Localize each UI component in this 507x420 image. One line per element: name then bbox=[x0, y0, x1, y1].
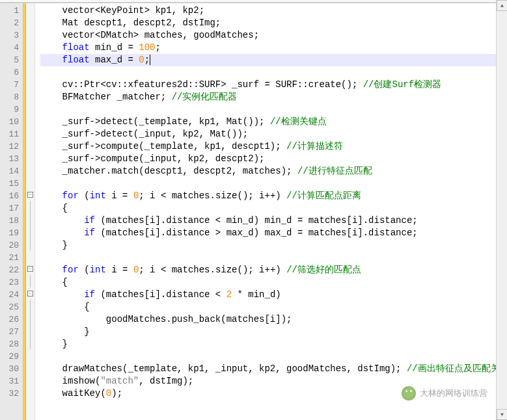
code-line[interactable] bbox=[40, 66, 507, 79]
line-number: 5 bbox=[3, 54, 19, 66]
code-line[interactable]: vector<DMatch> matches, goodMatches; bbox=[40, 29, 507, 42]
line-number: 25 bbox=[3, 301, 19, 313]
line-number: 24 bbox=[3, 289, 19, 301]
line-number: 17 bbox=[3, 202, 19, 215]
line-number-gutter: 1234567891011121314151617181920212223242… bbox=[0, 3, 23, 420]
fold-toggle[interactable]: − bbox=[27, 266, 33, 272]
code-line[interactable]: _matcher.match(descpt1, descpt2, matches… bbox=[40, 165, 507, 177]
line-number: 9 bbox=[3, 103, 19, 116]
scroll-up-button[interactable]: ▲ bbox=[497, 0, 507, 11]
code-line[interactable]: BFMatcher _matcher; //实例化匹配器 bbox=[40, 91, 507, 103]
fold-gutter[interactable]: −−− bbox=[26, 3, 35, 420]
code-line[interactable]: { bbox=[40, 276, 507, 289]
line-number: 7 bbox=[3, 79, 19, 91]
line-number: 6 bbox=[3, 66, 19, 79]
code-line[interactable]: } bbox=[40, 326, 507, 338]
code-line[interactable]: imshow("match", dstImg); bbox=[40, 375, 507, 387]
code-line[interactable]: } bbox=[40, 338, 507, 350]
code-line[interactable]: float min_d = 100; bbox=[40, 42, 507, 54]
code-line[interactable]: for (int i = 0; i < matches.size(); i++)… bbox=[40, 190, 507, 202]
line-number: 11 bbox=[3, 128, 19, 140]
line-number: 18 bbox=[3, 215, 19, 227]
line-number: 16 bbox=[3, 190, 19, 202]
line-number: 27 bbox=[3, 326, 19, 338]
code-line[interactable]: goodMatches.push_back(matches[i]); bbox=[40, 313, 507, 326]
line-number: 8 bbox=[3, 91, 19, 103]
line-number: 12 bbox=[3, 140, 19, 153]
line-number: 28 bbox=[3, 338, 19, 350]
vertical-scrollbar[interactable]: ▲ ▼ bbox=[496, 0, 507, 420]
code-line[interactable] bbox=[40, 350, 507, 363]
code-line[interactable]: Mat descpt1, descpt2, dstImg; bbox=[40, 17, 507, 29]
code-line[interactable]: } bbox=[40, 239, 507, 252]
fold-toggle[interactable]: − bbox=[27, 291, 33, 296]
line-number: 2 bbox=[3, 17, 19, 29]
line-number: 1 bbox=[3, 5, 19, 17]
line-number: 22 bbox=[3, 264, 19, 276]
code-line[interactable]: for (int i = 0; i < matches.size(); i++)… bbox=[40, 264, 507, 276]
code-line[interactable]: _surf->compute(_template, kp1, descpt1);… bbox=[40, 140, 507, 153]
code-line[interactable]: waitKey(0); bbox=[40, 387, 507, 400]
code-area[interactable]: vector<KeyPoint> kp1, kp2; Mat descpt1, … bbox=[35, 3, 507, 420]
code-line[interactable]: if (matches[i].distance > max_d) max_d =… bbox=[40, 227, 507, 239]
code-line[interactable]: cv::Ptr<cv::xfeatures2d::SURF> _surf = S… bbox=[40, 79, 507, 91]
code-line[interactable] bbox=[40, 177, 507, 190]
line-number: 14 bbox=[3, 165, 19, 177]
scroll-down-button[interactable]: ▼ bbox=[497, 409, 507, 420]
code-line[interactable]: _surf->detect(_input, kp2, Mat()); bbox=[40, 128, 507, 140]
line-number: 13 bbox=[3, 153, 19, 165]
code-line[interactable]: { bbox=[40, 202, 507, 215]
line-number: 32 bbox=[3, 387, 19, 400]
line-number: 30 bbox=[3, 363, 19, 375]
code-line[interactable]: _surf->compute(_input, kp2, descpt2); bbox=[40, 153, 507, 165]
code-line[interactable] bbox=[40, 103, 507, 116]
line-number: 31 bbox=[3, 375, 19, 387]
line-number: 4 bbox=[3, 42, 19, 54]
fold-toggle[interactable]: − bbox=[27, 192, 33, 198]
line-number: 29 bbox=[3, 350, 19, 363]
line-number: 19 bbox=[3, 227, 19, 239]
code-line[interactable]: drawMatches(_template, kp1, _input, kp2,… bbox=[40, 363, 507, 375]
code-line[interactable]: float max_d = 0; bbox=[40, 54, 507, 66]
line-number: 23 bbox=[3, 276, 19, 289]
line-number: 21 bbox=[3, 252, 19, 264]
code-line[interactable]: { bbox=[40, 301, 507, 313]
text-cursor bbox=[150, 55, 150, 65]
code-line[interactable]: if (matches[i].distance < 2 * min_d) bbox=[40, 289, 507, 301]
line-number: 10 bbox=[3, 116, 19, 128]
code-line[interactable]: _surf->detect(_template, kp1, Mat()); //… bbox=[40, 116, 507, 128]
code-editor: 1234567891011121314151617181920212223242… bbox=[0, 3, 507, 420]
line-number: 26 bbox=[3, 313, 19, 326]
code-line[interactable] bbox=[40, 252, 507, 264]
line-number: 20 bbox=[3, 239, 19, 252]
line-number: 15 bbox=[3, 177, 19, 190]
line-number: 3 bbox=[3, 29, 19, 42]
code-line[interactable]: if (matches[i].distance < min_d) min_d =… bbox=[40, 215, 507, 227]
code-line[interactable]: vector<KeyPoint> kp1, kp2; bbox=[40, 5, 507, 17]
